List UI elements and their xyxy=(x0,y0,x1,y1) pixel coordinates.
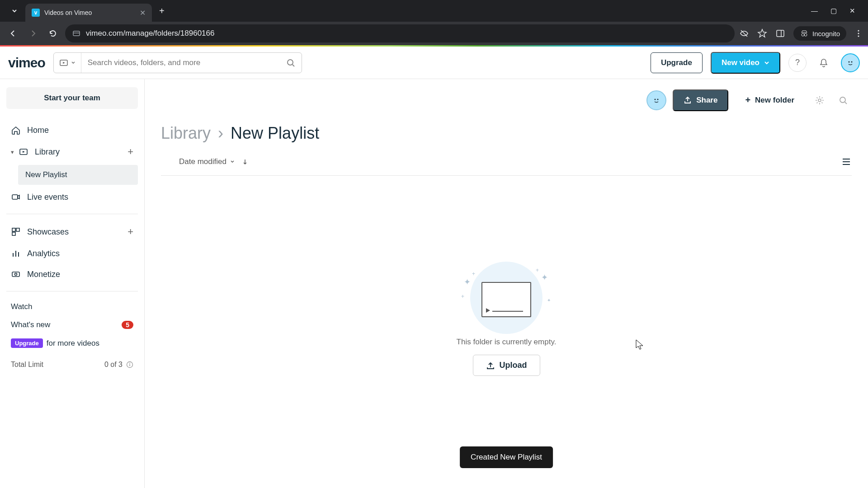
svg-rect-22 xyxy=(12,272,19,277)
svg-rect-15 xyxy=(12,195,18,199)
list-view-icon[interactable] xyxy=(841,156,852,167)
collaborator-avatar[interactable] xyxy=(646,90,666,110)
new-folder-button[interactable]: + New folder xyxy=(735,89,805,111)
svg-rect-16 xyxy=(12,228,15,231)
forward-button[interactable] xyxy=(25,26,41,41)
bookmark-star-icon[interactable] xyxy=(757,28,767,38)
info-icon[interactable] xyxy=(126,361,133,368)
new-video-button[interactable]: New video xyxy=(711,52,780,74)
tab-title: Videos on Vimeo xyxy=(44,9,135,16)
sidebar-sub-new-playlist[interactable]: New Playlist xyxy=(18,165,138,185)
analytics-icon xyxy=(11,249,21,258)
tab-search-button[interactable] xyxy=(4,7,25,14)
upload-icon xyxy=(486,361,495,370)
total-limit-label: Total Limit xyxy=(11,361,43,369)
svg-point-30 xyxy=(840,97,845,103)
svg-point-8 xyxy=(858,35,859,37)
share-button[interactable]: Share xyxy=(673,89,728,111)
incognito-indicator[interactable]: Incognito xyxy=(793,26,846,41)
sort-dropdown[interactable]: Date modified xyxy=(179,157,248,166)
app-header: vimeo Upgrade New video ? xyxy=(0,47,868,79)
svg-point-4 xyxy=(802,33,804,36)
breadcrumb-current: New Playlist xyxy=(231,124,319,142)
svg-rect-2 xyxy=(777,30,784,37)
incognito-icon xyxy=(800,29,809,38)
empty-state-text: This folder is currently empty. xyxy=(457,338,557,347)
minimize-icon[interactable]: — xyxy=(811,7,818,15)
close-tab-icon[interactable]: ✕ xyxy=(140,9,146,17)
add-showcase-icon[interactable]: + xyxy=(127,226,133,238)
share-icon xyxy=(684,96,692,104)
chevron-down-icon xyxy=(230,160,235,164)
eye-off-icon[interactable] xyxy=(739,28,749,38)
search-icon[interactable] xyxy=(280,58,302,67)
main-content: Share + New folder Library › New Playlis… xyxy=(145,79,868,488)
settings-gear-icon[interactable] xyxy=(811,92,828,109)
whats-new-badge: 5 xyxy=(122,321,133,329)
breadcrumb-root[interactable]: Library xyxy=(161,124,211,142)
panel-icon[interactable] xyxy=(775,28,785,38)
library-icon xyxy=(19,147,28,157)
avatar-face-icon xyxy=(652,96,661,105)
sort-direction-icon[interactable] xyxy=(242,159,248,165)
user-avatar[interactable] xyxy=(841,53,860,72)
sidebar-item-watch[interactable]: Watch xyxy=(6,298,138,316)
search-scope-dropdown[interactable] xyxy=(54,53,81,73)
new-tab-button[interactable]: + xyxy=(159,6,165,16)
plus-icon: + xyxy=(745,95,750,105)
upgrade-pill: Upgrade xyxy=(11,338,43,348)
home-icon xyxy=(11,125,21,135)
add-library-icon[interactable]: + xyxy=(127,146,133,158)
sidebar-item-showcases[interactable]: Showcases + xyxy=(6,221,138,243)
showcases-icon xyxy=(11,227,21,237)
svg-point-7 xyxy=(858,33,859,34)
svg-point-13 xyxy=(851,61,853,62)
notifications-icon[interactable] xyxy=(815,54,833,72)
upgrade-button[interactable]: Upgrade xyxy=(651,52,703,73)
svg-point-23 xyxy=(15,273,17,276)
total-limit-row: Total Limit 0 of 3 xyxy=(6,352,138,369)
search-input[interactable] xyxy=(81,53,280,73)
browser-tab[interactable]: v Videos on Vimeo ✕ xyxy=(25,4,152,22)
sidebar-item-whats-new[interactable]: What's new 5 xyxy=(6,316,138,334)
upload-button[interactable]: Upload xyxy=(473,355,540,376)
browser-menu-icon[interactable] xyxy=(854,29,863,38)
empty-state: ✦ + ✦ + + ✦ This folder is currently emp… xyxy=(161,266,852,376)
svg-rect-17 xyxy=(16,228,19,231)
chevron-down-icon xyxy=(71,61,75,65)
breadcrumb: Library › New Playlist xyxy=(161,124,852,143)
sidebar-item-monetize[interactable]: Monetize xyxy=(6,264,138,285)
url-field[interactable]: vimeo.com/manage/folders/18960166 xyxy=(65,24,735,42)
sidebar-item-library[interactable]: ▾ Library + xyxy=(6,141,138,163)
svg-point-5 xyxy=(804,33,807,36)
svg-point-29 xyxy=(818,99,821,102)
vimeo-logo[interactable]: vimeo xyxy=(8,55,45,70)
search-in-folder-icon[interactable] xyxy=(835,92,852,109)
close-window-icon[interactable]: ✕ xyxy=(849,7,855,15)
sidebar-upgrade-promo[interactable]: Upgrade for more videos xyxy=(6,334,138,352)
sidebar-item-home[interactable]: Home xyxy=(6,120,138,141)
video-scope-icon xyxy=(59,58,68,67)
svg-line-31 xyxy=(845,102,847,104)
chevron-down-icon: ▾ xyxy=(11,149,14,155)
start-team-button[interactable]: Start your team xyxy=(6,87,138,109)
chevron-down-icon xyxy=(764,60,769,66)
maximize-icon[interactable]: ▢ xyxy=(830,7,837,15)
total-limit-value: 0 of 3 xyxy=(104,361,123,369)
svg-point-28 xyxy=(657,99,659,100)
sidebar-item-analytics[interactable]: Analytics xyxy=(6,243,138,264)
site-info-icon[interactable] xyxy=(72,29,80,38)
reload-button[interactable] xyxy=(45,26,61,41)
url-text: vimeo.com/manage/folders/18960166 xyxy=(86,29,214,38)
svg-point-6 xyxy=(858,30,859,31)
folder-toolbar: Share + New folder xyxy=(161,89,852,111)
browser-chrome: v Videos on Vimeo ✕ + — ▢ ✕ vimeo.com/ma… xyxy=(0,0,868,45)
empty-folder-illustration: ✦ + ✦ + + ✦ xyxy=(461,266,552,329)
svg-point-12 xyxy=(849,61,850,62)
help-icon[interactable]: ? xyxy=(788,54,807,72)
svg-line-11 xyxy=(292,65,294,66)
svg-point-10 xyxy=(288,60,293,65)
sidebar-item-live-events[interactable]: Live events xyxy=(6,187,138,207)
back-button[interactable] xyxy=(5,26,21,41)
window-controls: — ▢ ✕ xyxy=(811,7,864,15)
